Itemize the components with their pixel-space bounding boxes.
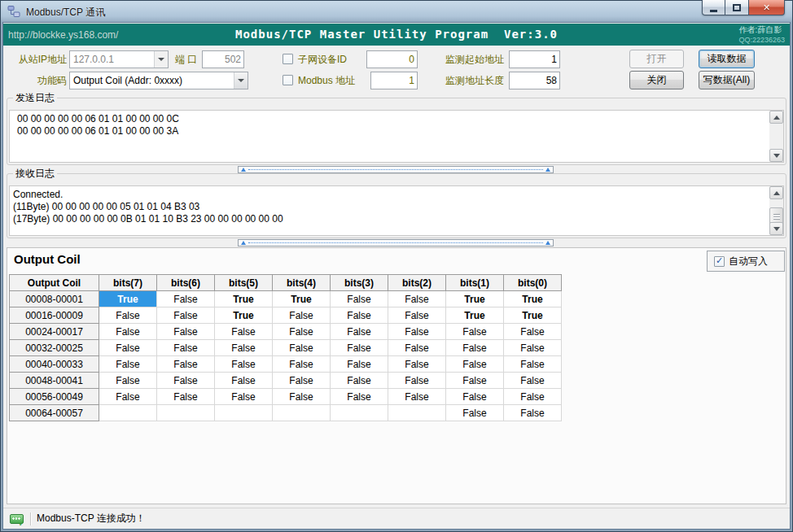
slider-right-thumb-icon[interactable] <box>545 241 550 245</box>
row-label[interactable]: 00016-00009 <box>10 307 99 324</box>
coil-cell[interactable]: False <box>273 307 331 324</box>
coil-cell[interactable]: False <box>273 389 331 405</box>
port-input[interactable] <box>202 50 244 68</box>
coil-cell[interactable]: True <box>504 291 562 307</box>
coil-cell[interactable]: False <box>215 356 273 373</box>
column-header[interactable]: bits(0) <box>504 275 562 291</box>
row-label[interactable]: 00040-00033 <box>10 356 99 373</box>
column-header[interactable]: Output Coil <box>10 275 99 291</box>
subnet-id-input[interactable] <box>366 50 418 68</box>
coil-cell[interactable]: False <box>388 307 446 324</box>
scroll-down-button[interactable] <box>769 222 783 235</box>
coil-cell[interactable]: False <box>157 389 215 405</box>
coil-cell[interactable]: False <box>331 291 388 307</box>
coil-cell[interactable]: False <box>215 324 273 340</box>
coil-cell[interactable] <box>388 405 446 421</box>
coil-cell[interactable]: False <box>388 389 446 405</box>
coil-cell[interactable]: False <box>388 340 446 356</box>
row-label[interactable]: 00048-00041 <box>10 373 99 389</box>
slider-right-thumb-icon[interactable] <box>545 168 550 172</box>
coil-cell[interactable]: False <box>446 324 504 340</box>
coil-cell[interactable]: True <box>215 307 273 324</box>
write-data-button[interactable]: 写数据(All) <box>699 71 755 89</box>
minimize-button[interactable] <box>702 0 725 15</box>
close-button[interactable]: ✕ <box>748 0 785 15</box>
coil-cell[interactable]: False <box>446 405 504 421</box>
coil-cell[interactable]: False <box>215 373 273 389</box>
coil-cell[interactable]: True <box>446 291 504 307</box>
coil-cell[interactable]: False <box>504 356 562 373</box>
scroll-up-button[interactable] <box>769 111 783 124</box>
scroll-up-button[interactable] <box>769 186 783 199</box>
coil-cell[interactable]: False <box>331 324 388 340</box>
coil-cell[interactable]: False <box>99 307 157 324</box>
coil-cell[interactable]: False <box>446 373 504 389</box>
coil-cell[interactable] <box>157 405 215 421</box>
coil-cell[interactable]: False <box>273 373 331 389</box>
titlebar[interactable]: Modbus/TCP 通讯 ✕ <box>0 0 793 23</box>
coil-cell[interactable] <box>273 405 331 421</box>
coil-cell[interactable]: False <box>331 356 388 373</box>
coil-cell[interactable]: False <box>504 373 562 389</box>
row-label[interactable]: 00032-00025 <box>10 340 99 356</box>
coil-cell[interactable]: True <box>99 291 157 307</box>
coil-cell[interactable]: False <box>446 389 504 405</box>
coil-cell[interactable]: False <box>388 356 446 373</box>
modbus-addr-checkbox[interactable] <box>283 75 293 85</box>
column-header[interactable]: bits(5) <box>215 275 273 291</box>
column-header[interactable]: bits(4) <box>273 275 331 291</box>
coil-cell[interactable]: False <box>215 340 273 356</box>
subnet-checkbox[interactable] <box>283 54 293 64</box>
coil-cell[interactable]: False <box>157 307 215 324</box>
coil-cell[interactable]: False <box>273 340 331 356</box>
column-header[interactable]: bits(2) <box>388 275 446 291</box>
column-header[interactable]: bits(7) <box>99 275 157 291</box>
coil-cell[interactable]: False <box>273 356 331 373</box>
coil-cell[interactable]: False <box>388 324 446 340</box>
coil-cell[interactable]: False <box>504 340 562 356</box>
coil-cell[interactable]: False <box>388 291 446 307</box>
slider-left-thumb-icon[interactable] <box>241 168 246 172</box>
maximize-button[interactable] <box>725 0 748 15</box>
auto-write-checkbox[interactable]: ✓ <box>714 256 725 267</box>
coil-cell[interactable] <box>331 405 388 421</box>
slider-left-thumb-icon[interactable] <box>241 241 246 245</box>
coil-cell[interactable]: False <box>157 324 215 340</box>
open-button[interactable]: 打开 <box>629 50 684 68</box>
send-log-hscrollbar[interactable] <box>238 166 554 173</box>
coil-cell[interactable]: True <box>273 291 331 307</box>
coil-cell[interactable]: False <box>157 291 215 307</box>
coil-cell[interactable]: False <box>446 356 504 373</box>
coil-cell[interactable]: False <box>157 356 215 373</box>
coil-cell[interactable]: False <box>331 340 388 356</box>
modbus-addr-input[interactable] <box>370 72 418 89</box>
coil-cell[interactable]: False <box>446 340 504 356</box>
row-label[interactable]: 00008-00001 <box>10 291 99 307</box>
function-combobox[interactable]: Output Coil (Addr: 0xxxx) <box>69 72 248 89</box>
coil-cell[interactable]: False <box>504 389 562 405</box>
coil-cell[interactable]: False <box>99 356 157 373</box>
recv-log-scrollbar[interactable] <box>769 186 783 235</box>
coil-cell[interactable]: False <box>99 373 157 389</box>
read-data-button[interactable]: 读取数据 <box>699 50 755 68</box>
address-length-input[interactable] <box>509 72 560 89</box>
coil-cell[interactable]: False <box>331 373 388 389</box>
column-header[interactable]: bits(6) <box>157 275 215 291</box>
coil-cell[interactable]: False <box>99 389 157 405</box>
coil-cell[interactable] <box>215 405 273 421</box>
ip-combobox[interactable]: 127.0.0.1 <box>69 50 169 68</box>
row-label[interactable]: 00056-00049 <box>10 389 99 405</box>
close-conn-button[interactable]: 关闭 <box>629 71 684 89</box>
app-icon[interactable] <box>7 5 20 18</box>
row-label[interactable]: 00064-00057 <box>10 405 99 421</box>
coil-cell[interactable]: False <box>331 307 388 324</box>
coil-cell[interactable]: False <box>273 324 331 340</box>
coil-cell[interactable]: False <box>157 340 215 356</box>
coil-cell[interactable]: False <box>215 389 273 405</box>
coil-cell[interactable]: True <box>446 307 504 324</box>
coil-cell[interactable]: False <box>504 405 562 421</box>
coil-cell[interactable]: False <box>388 373 446 389</box>
row-label[interactable]: 00024-00017 <box>10 324 99 340</box>
send-log-list[interactable]: 00 00 00 00 00 06 01 01 00 00 00 0C 00 0… <box>9 110 784 163</box>
coil-cell[interactable]: False <box>99 340 157 356</box>
